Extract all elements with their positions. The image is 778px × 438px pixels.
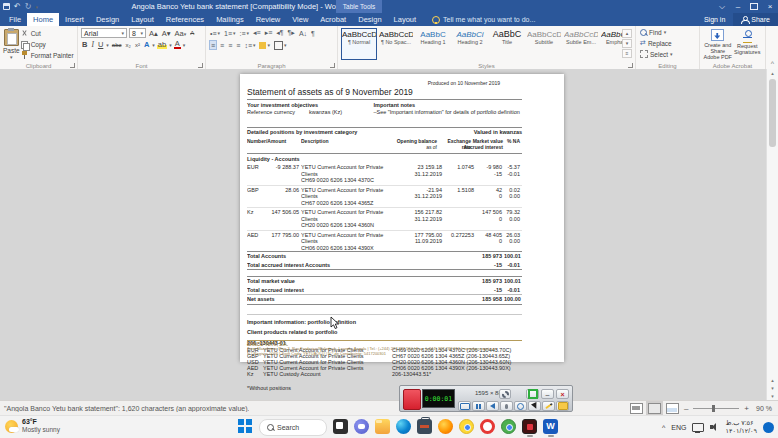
replace-button[interactable]: ⇄Replace: [639, 38, 696, 48]
ltr-direction-button[interactable]: ¶▸: [287, 28, 296, 38]
style-subtitle[interactable]: AaBbCcDSubtitle: [526, 28, 562, 60]
tab-design[interactable]: Design: [90, 13, 125, 26]
increase-indent-button[interactable]: ▸≡: [264, 28, 274, 38]
highlight-dropdown-icon[interactable]: ▾: [169, 42, 172, 48]
justify-button[interactable]: ≡: [235, 40, 241, 50]
subscript-button[interactable]: x₂: [125, 42, 132, 48]
numbering-button[interactable]: 1≡▾: [223, 28, 237, 38]
zoom-in-icon[interactable]: +: [744, 404, 749, 413]
share-button[interactable]: Share: [733, 13, 778, 26]
italic-button[interactable]: I: [90, 40, 95, 49]
file-explorer-icon[interactable]: [375, 419, 390, 434]
create-share-pdf-button[interactable]: Create and Share Adobe PDF: [703, 28, 733, 60]
align-left-button[interactable]: ≡: [209, 40, 217, 50]
style--no-spac-[interactable]: AaBbCcDc¶ No Spac...: [378, 28, 414, 60]
font-color-button[interactable]: A: [174, 40, 181, 49]
format-painter-button[interactable]: Format Painter: [20, 50, 75, 60]
shading-button[interactable]: ▾: [258, 40, 271, 50]
styles-dialog-launcher-icon[interactable]: [628, 63, 633, 68]
language-indicator[interactable]: ENG: [671, 424, 686, 431]
align-center-button[interactable]: ≡: [219, 40, 225, 50]
chrome-green-icon[interactable]: [501, 419, 516, 434]
character-count[interactable]: "Angola Banco Yetu bank statement": 1,62…: [0, 405, 249, 412]
output-folder-icon[interactable]: [556, 401, 569, 411]
speaker-icon[interactable]: [486, 401, 499, 411]
cursor-capture-icon[interactable]: [528, 401, 541, 411]
grow-font-button[interactable]: A▴: [148, 29, 159, 38]
copy-button[interactable]: Copy: [20, 40, 75, 50]
document-page[interactable]: Produced on 10 November 2019 Statement o…: [240, 74, 564, 362]
display-icon[interactable]: [692, 423, 704, 432]
tab-home[interactable]: Home: [27, 13, 59, 26]
clear-formatting-button[interactable]: A: [189, 30, 195, 36]
zoom-slider[interactable]: [693, 408, 739, 409]
paste-button[interactable]: Paste ▾: [3, 28, 20, 60]
superscript-button[interactable]: x²: [134, 42, 141, 48]
bullets-button[interactable]: •≡▾: [209, 28, 221, 38]
select-region-icon[interactable]: [526, 389, 539, 399]
find-button[interactable]: Find▾: [639, 27, 696, 37]
zoom-level[interactable]: 90 %: [754, 405, 772, 412]
styles-scroll-up-icon[interactable]: ▴: [622, 29, 632, 38]
decrease-indent-button[interactable]: ◂≡: [252, 28, 262, 38]
sign-in-button[interactable]: Sign in: [696, 13, 733, 26]
tab-design[interactable]: Design: [352, 13, 387, 26]
tab-layout[interactable]: Layout: [388, 13, 423, 26]
font-dialog-launcher-icon[interactable]: [198, 63, 203, 68]
read-mode-icon[interactable]: [630, 403, 643, 414]
restore-button[interactable]: [746, 0, 762, 13]
font-name-combo[interactable]: Arial▾: [81, 28, 127, 38]
scroll-down-icon[interactable]: ▾: [767, 392, 778, 400]
weather-widget[interactable]: 63°F Mostly sunny: [5, 418, 60, 434]
redo-icon[interactable]: ↻: [25, 2, 32, 12]
recorder-minimize-icon[interactable]: –: [541, 389, 554, 399]
bold-button[interactable]: B: [81, 40, 88, 49]
text-effects-button[interactable]: A: [143, 40, 150, 49]
tab-acrobat[interactable]: Acrobat: [314, 13, 352, 26]
style-subtle-em-[interactable]: AaBbCcDiSubtle Em...: [563, 28, 599, 60]
font-size-combo[interactable]: 8▾: [129, 28, 146, 38]
notification-badge[interactable]: [763, 422, 774, 433]
paragraph-dialog-launcher-icon[interactable]: [330, 63, 335, 68]
screenshot-camera-icon[interactable]: [458, 401, 471, 411]
multilevel-list-button[interactable]: :≡▾: [239, 28, 251, 38]
opera-icon[interactable]: [480, 419, 495, 434]
scroll-up-icon[interactable]: ▴: [767, 69, 778, 77]
close-button[interactable]: ×: [762, 0, 778, 13]
recorder-settings-icon[interactable]: [499, 389, 511, 399]
firefox-icon[interactable]: [438, 419, 453, 434]
chrome-yellow-icon[interactable]: [459, 419, 474, 434]
tab-mailings[interactable]: Mailings: [210, 13, 250, 26]
recorder-close-icon[interactable]: ×: [556, 389, 569, 399]
show-paragraph-marks-button[interactable]: ¶: [310, 28, 316, 38]
draw-pencil-icon[interactable]: [542, 401, 555, 411]
font-color-dropdown-icon[interactable]: ▾: [183, 42, 186, 48]
start-icon[interactable]: [238, 419, 253, 434]
scrollbar-thumb[interactable]: [769, 79, 776, 147]
web-layout-icon[interactable]: [666, 403, 679, 414]
tray-overflow-icon[interactable]: ^: [662, 424, 665, 431]
collapse-ribbon-icon[interactable]: ^: [771, 60, 774, 67]
next-page-icon[interactable]: ▾: [767, 384, 778, 392]
minimize-button[interactable]: –: [730, 0, 746, 13]
align-right-button[interactable]: ≡: [227, 40, 233, 50]
tab-insert[interactable]: Insert: [59, 13, 90, 26]
strikethrough-button[interactable]: abc: [111, 42, 123, 48]
tab-file[interactable]: File: [3, 13, 27, 26]
volume-icon[interactable]: [710, 423, 719, 431]
record-stop-button[interactable]: [403, 389, 421, 410]
search-icon[interactable]: Search: [259, 419, 327, 436]
save-icon[interactable]: [3, 3, 10, 10]
style-emphasis[interactable]: AaBbCcDiEmphasis: [600, 28, 622, 60]
underline-button[interactable]: U: [97, 40, 104, 49]
tab-layout[interactable]: Layout: [125, 13, 160, 26]
tab-review[interactable]: Review: [250, 13, 287, 26]
style-heading-1[interactable]: AaBbCHeading 1: [415, 28, 451, 60]
task-view-icon[interactable]: [333, 419, 348, 434]
style-heading-2[interactable]: AaBbCiHeading 2: [452, 28, 488, 60]
zoom-out-icon[interactable]: –: [684, 404, 688, 413]
edge-icon[interactable]: [396, 419, 411, 434]
undo-icon[interactable]: ↶: [14, 2, 21, 12]
underline-dropdown-icon[interactable]: ▾: [106, 42, 109, 48]
cut-button[interactable]: Cut: [20, 29, 75, 39]
